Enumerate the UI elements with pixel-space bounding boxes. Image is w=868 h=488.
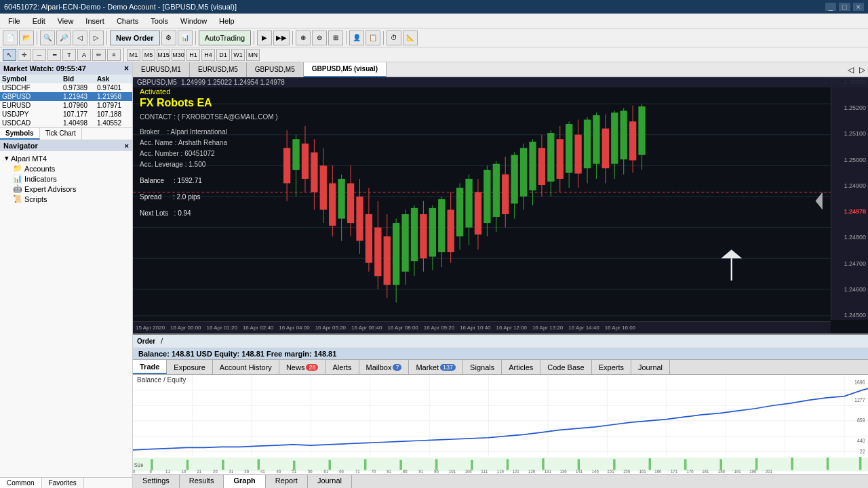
- zoom-in-chart-button[interactable]: ⊕: [296, 30, 311, 45]
- menu-view[interactable]: View: [52, 16, 79, 26]
- menu-tools[interactable]: Tools: [145, 16, 174, 26]
- tab-common[interactable]: Common: [0, 478, 42, 488]
- market-watch-row-usdchf[interactable]: USDCHF 0.97389 0.97401: [0, 83, 132, 92]
- main-layout: Market Watch: 09:55:47 × Symbol Bid Ask …: [0, 62, 868, 488]
- market-watch-row-usdcad[interactable]: USDCAD 1.40498 1.40552: [0, 119, 132, 127]
- template-button[interactable]: 📐: [403, 30, 418, 45]
- h1-button[interactable]: H1: [186, 49, 200, 61]
- svg-rect-54: [484, 170, 490, 223]
- tab-alerts[interactable]: Alerts: [326, 360, 359, 374]
- time-2: 16 Apr 01:20: [204, 325, 240, 331]
- svg-text:196: 196: [749, 468, 756, 474]
- zoom-out-chart-button[interactable]: ⊖: [312, 30, 327, 45]
- svg-rect-30: [374, 228, 381, 277]
- tab-exposure[interactable]: Exposure: [167, 360, 212, 374]
- tab-settings[interactable]: Settings: [133, 475, 180, 488]
- close-button[interactable]: ×: [853, 3, 864, 11]
- d1-button[interactable]: D1: [216, 49, 230, 61]
- svg-text:41: 41: [260, 468, 265, 474]
- menu-edit[interactable]: Edit: [27, 16, 51, 26]
- terminal-content: Balance / Equity: [133, 375, 868, 474]
- w1-button[interactable]: W1: [231, 49, 245, 61]
- chart-properties-button[interactable]: ⚙: [161, 30, 176, 45]
- market-watch-row-usdjpy[interactable]: USDJPY 107.177 107.188: [0, 110, 132, 119]
- tab-news[interactable]: News 28: [279, 360, 326, 374]
- tab-favorites[interactable]: Favorites: [42, 478, 84, 488]
- indicators-button[interactable]: 📊: [178, 30, 193, 45]
- zoom-in-button[interactable]: 🔍: [40, 30, 55, 45]
- scroll-left-button[interactable]: ◁: [73, 30, 87, 45]
- tab-journal-bottom[interactable]: Journal: [308, 475, 352, 488]
- new-order-button[interactable]: New Order: [110, 30, 160, 45]
- tab-eurusd-m5[interactable]: EURUSD,M5: [190, 62, 247, 77]
- new-chart-button[interactable]: 📄: [3, 30, 18, 45]
- script-button[interactable]: 📋: [366, 30, 380, 45]
- market-watch-row-gbpusd[interactable]: GBPUSD 1.21943 1.21958: [0, 92, 132, 101]
- scroll-right-button[interactable]: ▷: [89, 30, 104, 45]
- tab-tick-chart[interactable]: Tick Chart: [40, 128, 82, 140]
- symbol-gbpusd: GBPUSD: [2, 93, 63, 100]
- tab-journal[interactable]: Journal: [631, 360, 670, 374]
- cursor-button[interactable]: ↖: [3, 49, 16, 61]
- tab-market[interactable]: Market 137: [409, 360, 463, 374]
- tab-report[interactable]: Report: [266, 475, 308, 488]
- h4-button[interactable]: H4: [201, 49, 215, 61]
- tab-arrow-left[interactable]: ◁: [845, 65, 856, 75]
- tab-articles[interactable]: Articles: [502, 360, 540, 374]
- m5-button[interactable]: M5: [142, 49, 155, 61]
- maximize-button[interactable]: □: [839, 3, 850, 11]
- tab-gbpusd-m5[interactable]: GBPUSD,M5: [247, 62, 304, 77]
- open-button[interactable]: 📂: [19, 30, 34, 45]
- menu-help[interactable]: Help: [214, 16, 240, 26]
- tab-results[interactable]: Results: [180, 475, 224, 488]
- tab-mailbox[interactable]: Mailbox 7: [359, 360, 410, 374]
- tab-trade[interactable]: Trade: [133, 360, 167, 374]
- menu-file[interactable]: File: [3, 16, 26, 26]
- m1-button[interactable]: M1: [127, 49, 140, 61]
- expert-button[interactable]: 👤: [349, 30, 364, 45]
- label-button[interactable]: A: [77, 49, 91, 61]
- menu-insert[interactable]: Insert: [80, 16, 110, 26]
- tab-gbpusd-m5-visual[interactable]: GBPUSD,M5 (visual): [304, 62, 387, 77]
- channel-button[interactable]: ≡: [107, 49, 121, 61]
- navigator-close[interactable]: ×: [125, 142, 129, 150]
- period-m5-button[interactable]: ▶▶: [273, 30, 290, 45]
- tab-eurusd-m1[interactable]: EURUSD,M1: [133, 62, 190, 77]
- autotrading-button[interactable]: AutoTrading: [199, 30, 252, 45]
- svg-rect-62: [520, 148, 527, 197]
- m15-button[interactable]: M15: [157, 49, 170, 61]
- nav-item-indicators[interactable]: 📊 Indicators: [2, 174, 130, 184]
- period-m1-button[interactable]: ▶: [257, 30, 272, 45]
- m30-button[interactable]: M30: [172, 49, 185, 61]
- mn1-button[interactable]: MN: [246, 49, 260, 61]
- tab-experts[interactable]: Experts: [592, 360, 631, 374]
- nav-indicators-label: Indicators: [24, 175, 57, 183]
- tab-code-base[interactable]: Code Base: [540, 360, 591, 374]
- nav-item-experts[interactable]: 🤖 Expert Advisors: [2, 184, 130, 194]
- svg-rect-58: [502, 174, 509, 214]
- nav-item-accounts[interactable]: 📁 Accounts: [2, 163, 130, 174]
- text-button[interactable]: T: [62, 49, 76, 61]
- tab-signals[interactable]: Signals: [463, 360, 502, 374]
- time-8: 16 Apr 09:20: [421, 325, 457, 331]
- menu-window[interactable]: Window: [175, 16, 212, 26]
- fit-chart-button[interactable]: ⊞: [328, 30, 343, 45]
- nav-root[interactable]: ▾ Alpari MT4: [2, 153, 130, 163]
- chart-area[interactable]: GBPUSD,M5 1.24999 1.25022 1.24954 1.2497…: [133, 77, 868, 333]
- pencil-button[interactable]: ✏: [92, 49, 106, 61]
- timer-button[interactable]: ⏱: [387, 30, 401, 45]
- zoom-out-button[interactable]: 🔎: [56, 30, 71, 45]
- tab-arrow-right[interactable]: ▷: [856, 65, 868, 75]
- tab-graph[interactable]: Graph: [224, 475, 265, 488]
- crosshair-button[interactable]: ✛: [18, 49, 31, 61]
- market-watch-row-eurusd[interactable]: EURUSD 1.07960 1.07971: [0, 101, 132, 110]
- hline-button[interactable]: ━: [47, 49, 61, 61]
- nav-item-scripts[interactable]: 📜 Scripts: [2, 194, 130, 204]
- tab-account-history[interactable]: Account History: [213, 360, 279, 374]
- minimize-button[interactable]: _: [825, 3, 836, 11]
- line-button[interactable]: ─: [33, 49, 46, 61]
- title-text: 60451072: Alpari-ECN-Demo - Demo Account…: [4, 3, 237, 11]
- market-watch-close[interactable]: ×: [124, 64, 129, 73]
- tab-symbols[interactable]: Symbols: [0, 128, 40, 140]
- menu-charts[interactable]: Charts: [111, 16, 144, 26]
